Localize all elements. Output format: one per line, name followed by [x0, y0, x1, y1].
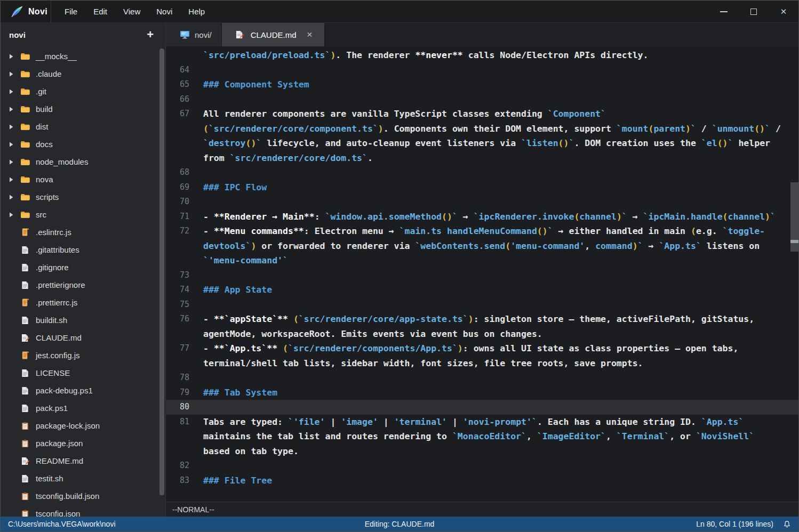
line-number: 77	[166, 341, 189, 370]
tab-novi-[interactable]: novi/	[166, 23, 222, 46]
editor-line[interactable]: 68	[166, 165, 798, 180]
editor-line[interactable]: 67All renderer components are vanilla Ty…	[166, 107, 798, 165]
tree-folder-__mocks__[interactable]: __mocks__	[1, 47, 165, 65]
tree-folder-nova[interactable]: nova	[1, 171, 165, 188]
add-root-button[interactable]: +	[143, 29, 157, 41]
tree-folder-.git[interactable]: .git	[1, 83, 165, 100]
line-content: All renderer components are vanilla Type…	[189, 107, 798, 165]
chevron-right-icon[interactable]	[8, 159, 14, 165]
chevron-right-icon[interactable]	[8, 124, 14, 130]
tree-file-.gitignore[interactable]: .gitignore	[1, 259, 165, 276]
tree-folder-.claude[interactable]: .claude	[1, 65, 165, 83]
editor-scrollbar-thumb[interactable]	[790, 182, 798, 252]
tree-file-jest.config.js[interactable]: jest.config.js	[1, 346, 165, 364]
tree-file-.gitattributes[interactable]: .gitattributes	[1, 241, 165, 259]
file-name: CLAUDE.md	[36, 333, 82, 342]
close-icon[interactable]: ✕	[769, 1, 798, 22]
tree-file-pack.ps1[interactable]: pack.ps1	[1, 399, 165, 417]
chevron-right-icon[interactable]	[8, 177, 14, 182]
tree-folder-scripts[interactable]: scripts	[1, 188, 165, 206]
chevron-right-icon[interactable]	[8, 107, 14, 112]
chevron-right-icon[interactable]	[8, 195, 14, 200]
bell-icon[interactable]	[783, 520, 791, 528]
editor-line[interactable]: `src/preload/preload.ts`). The renderer …	[166, 48, 798, 63]
editor-line[interactable]: 72- **Menu commands**: Electron menu → `…	[166, 224, 798, 268]
folder-name: scripts	[36, 192, 59, 201]
line-number: 80	[166, 400, 189, 415]
folder-icon	[20, 52, 30, 61]
line-number: 70	[166, 195, 189, 209]
editor-line[interactable]: 73	[166, 268, 798, 283]
editor-line[interactable]: 65### Component System	[166, 77, 798, 92]
editor-current-line[interactable]: 80	[166, 400, 798, 415]
chevron-right-icon[interactable]	[8, 71, 14, 77]
editor-line[interactable]: 78	[166, 370, 798, 385]
editor-scrollbar[interactable]	[790, 46, 798, 502]
file-name: tsconfig.json	[36, 509, 80, 517]
tree-folder-dist[interactable]: dist	[1, 118, 165, 135]
editor-line[interactable]: 79### Tab System	[166, 385, 798, 400]
vim-mode-line: --NORMAL--	[166, 502, 798, 517]
maximize-icon[interactable]	[739, 1, 769, 22]
line-content: ### Tab System	[189, 385, 798, 400]
sidebar-scrollbar[interactable]	[159, 49, 164, 495]
tree-file-tsconfig.json[interactable]: tsconfig.json	[1, 505, 165, 517]
editor-line[interactable]: 81Tabs are typed: `'file' | 'image' | 't…	[166, 415, 798, 459]
tab-close-icon[interactable]: ✕	[305, 29, 315, 40]
menu-item-view[interactable]: View	[115, 1, 148, 22]
line-content: ### File Tree	[189, 473, 798, 488]
chevron-right-icon[interactable]	[8, 212, 14, 217]
minimize-icon[interactable]	[709, 1, 739, 22]
line-content	[189, 92, 798, 107]
menu-item-file[interactable]: File	[57, 1, 85, 22]
chevron-right-icon[interactable]	[8, 54, 14, 59]
menu-item-edit[interactable]: Edit	[85, 1, 115, 22]
markdown-editor[interactable]: `src/preload/preload.ts`). The renderer …	[166, 46, 798, 502]
brand-name: Novi	[28, 7, 47, 17]
editor-line[interactable]: 69### IPC Flow	[166, 180, 798, 195]
tree-file-.prettierrc.js[interactable]: .prettierrc.js	[1, 294, 165, 311]
tree-file-.eslintrc.js[interactable]: .eslintrc.js	[1, 223, 165, 241]
menu-item-help[interactable]: Help	[180, 1, 213, 22]
line-content: `src/preload/preload.ts`). The renderer …	[189, 48, 798, 63]
tree-file-README.md[interactable]: README.md	[1, 452, 165, 470]
menu-item-novi[interactable]: Novi	[148, 1, 180, 22]
editor-line[interactable]: 66	[166, 92, 798, 107]
editor-line[interactable]: 64	[166, 63, 798, 78]
file-name: package.json	[36, 439, 83, 448]
folder-name: dist	[36, 122, 48, 131]
line-content: - **`appState`** (`src/renderer/core/app…	[189, 312, 798, 341]
tree-file-buildit.sh[interactable]: buildit.sh	[1, 311, 165, 329]
tree-file-pack-debug.ps1[interactable]: pack-debug.ps1	[1, 382, 165, 399]
scroll-icon	[20, 228, 30, 237]
editor-line[interactable]: 77- **`App.ts`** (`src/renderer/componen…	[166, 341, 798, 370]
folder-icon	[20, 140, 30, 149]
line-number: 67	[166, 107, 189, 165]
tab-label: novi/	[195, 30, 212, 39]
tree-file-package.json[interactable]: package.json	[1, 434, 165, 452]
chevron-right-icon[interactable]	[8, 142, 14, 147]
editor-line[interactable]: 82	[166, 458, 798, 473]
tree-file-LICENSE[interactable]: LICENSE	[1, 364, 165, 382]
tree-file-.prettierignore[interactable]: .prettierignore	[1, 276, 165, 294]
tab-claude.md[interactable]: CLAUDE.md✕	[222, 23, 325, 46]
chevron-right-icon[interactable]	[8, 89, 14, 94]
tree-folder-docs[interactable]: docs	[1, 135, 165, 153]
tree-file-package-lock.json[interactable]: package-lock.json	[1, 417, 165, 434]
line-content	[189, 370, 798, 385]
tree-file-testit.sh[interactable]: testit.sh	[1, 470, 165, 487]
editor-line[interactable]: 76- **`appState`** (`src/renderer/core/a…	[166, 312, 798, 341]
scrollbar-cursor-marker	[790, 240, 798, 243]
editor-line[interactable]: 74### App State	[166, 283, 798, 297]
tree-file-tsconfig.build.json[interactable]: tsconfig.build.json	[1, 487, 165, 505]
tree-folder-node_modules[interactable]: node_modules	[1, 153, 165, 171]
file-name: tsconfig.build.json	[36, 491, 99, 501]
tree-folder-build[interactable]: build	[1, 100, 165, 118]
editor-line[interactable]: 75	[166, 297, 798, 312]
markdown-icon	[20, 456, 30, 466]
tree-folder-src[interactable]: src	[1, 206, 165, 223]
tree-file-CLAUDE.md[interactable]: CLAUDE.md	[1, 329, 165, 346]
editor-line[interactable]: 71- **Renderer → Main**: `window.api.som…	[166, 209, 798, 224]
editor-line[interactable]: 83### File Tree	[166, 473, 798, 488]
editor-line[interactable]: 70	[166, 195, 798, 209]
